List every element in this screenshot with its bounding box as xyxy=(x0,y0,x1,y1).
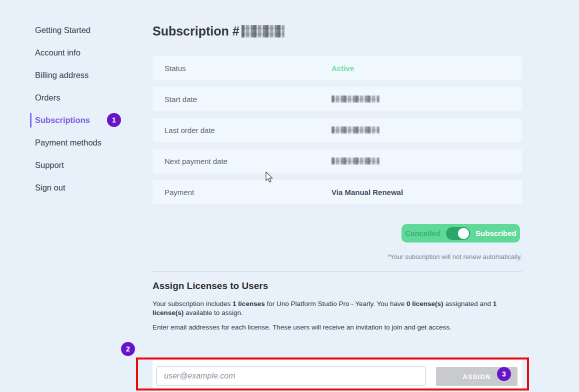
detail-row: Next payment date xyxy=(152,149,522,173)
section-divider xyxy=(152,272,522,272)
toggle-switch-icon[interactable] xyxy=(446,227,470,240)
sidebar-item-payment-methods[interactable]: Payment methods xyxy=(35,132,135,154)
detail-row: Start date xyxy=(152,87,522,111)
renewal-note: *Your subscription will not renew automa… xyxy=(388,253,522,260)
assign-licenses-heading: Assign Licenses to Users xyxy=(152,280,268,292)
detail-row-label: Status xyxy=(164,64,186,72)
detail-row-label: Last order date xyxy=(164,126,215,134)
annotation-badge-1: 1 xyxy=(107,113,121,127)
license-count: 1 licenses xyxy=(232,300,265,308)
detail-row: Last order date xyxy=(152,118,522,142)
sidebar-item-getting-started[interactable]: Getting Started xyxy=(35,19,135,42)
toggle-knob xyxy=(458,228,469,239)
detail-row: StatusActive xyxy=(152,56,522,80)
detail-row-value: Via Manual Renewal xyxy=(332,188,403,196)
toggle-cancelled-label: Cancelled xyxy=(405,229,440,238)
toggle-subscribed-label: Subscribed xyxy=(476,229,516,238)
detail-row-label: Start date xyxy=(164,95,197,104)
annotation-badge-2: 2 xyxy=(121,342,135,356)
detail-row-label: Payment xyxy=(164,188,194,196)
redacted-value xyxy=(332,158,380,164)
sidebar-item-orders[interactable]: Orders xyxy=(35,86,135,109)
page-title: Subscription # xyxy=(152,24,284,38)
description-text: Your subscription includes xyxy=(152,300,232,308)
description-text: available to assign. xyxy=(184,309,243,316)
license-email-input[interactable] xyxy=(156,366,426,386)
detail-row-label: Next payment date xyxy=(164,157,228,166)
description-text: for Uno Platform Studio Pro - Yearly. Yo… xyxy=(265,300,406,308)
subscription-page: Getting StartedAccount infoBilling addre… xyxy=(0,0,579,392)
status-value: Active xyxy=(332,64,354,72)
redacted-value xyxy=(332,126,380,134)
detail-row: PaymentVia Manual Renewal xyxy=(152,180,522,204)
sidebar-item-billing-address[interactable]: Billing address xyxy=(35,64,135,86)
redacted-value xyxy=(332,96,380,102)
redacted-subscription-number xyxy=(242,25,284,38)
subscription-status-toggle[interactable]: Cancelled Subscribed xyxy=(402,224,520,242)
sidebar-nav: Getting StartedAccount infoBilling addre… xyxy=(35,19,135,199)
license-count: 0 license(s) xyxy=(406,300,444,308)
sidebar-item-account-info[interactable]: Account info xyxy=(35,42,135,64)
assign-description: Your subscription includes 1 licenses fo… xyxy=(152,300,524,318)
page-title-text: Subscription # xyxy=(152,24,240,38)
description-text: assignated and xyxy=(444,300,493,308)
annotation-badge-3: 3 xyxy=(497,367,511,381)
detail-rows: StatusActiveStart dateLast order dateNex… xyxy=(152,56,522,211)
sidebar-item-support[interactable]: Support xyxy=(35,154,135,176)
assign-instructions: Enter email addresses for each license. … xyxy=(152,323,524,332)
sidebar-item-sign-out[interactable]: Sign out xyxy=(35,176,135,199)
